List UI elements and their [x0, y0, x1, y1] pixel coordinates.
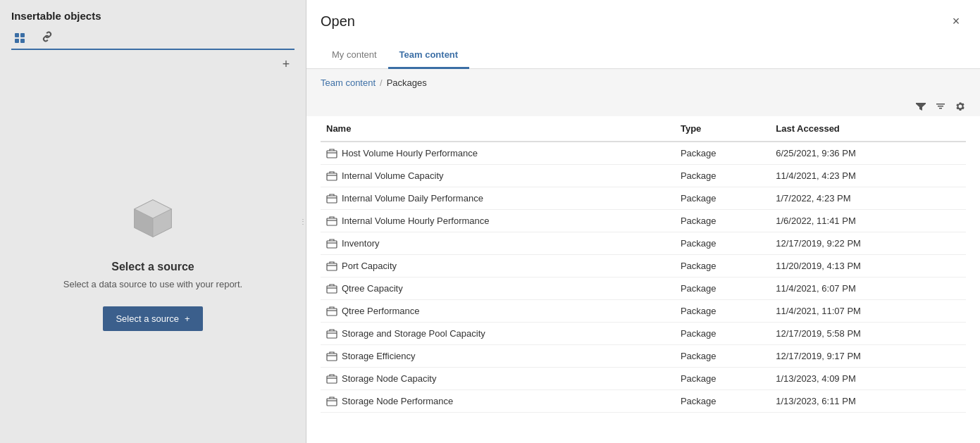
link-icon-btn[interactable] [38, 29, 56, 44]
cell-type: Package [675, 345, 770, 368]
svg-rect-1 [20, 33, 25, 37]
cell-name: Storage Efficiency [321, 345, 675, 368]
cell-last-accessed: 12/17/2019, 5:58 PM [770, 323, 966, 345]
cell-type: Package [675, 390, 770, 413]
table-row[interactable]: Storage Node Performance Package1/13/202… [321, 390, 966, 413]
package-icon [326, 216, 337, 226]
svg-rect-2 [15, 39, 19, 43]
package-icon [326, 374, 337, 384]
cell-name: Internal Volume Hourly Performance [321, 210, 675, 232]
link-icon [41, 30, 54, 43]
resize-handle[interactable]: ⋮ [300, 208, 306, 236]
cell-name: Qtree Performance [321, 300, 675, 323]
cell-last-accessed: 11/4/2021, 4:23 PM [770, 165, 966, 187]
tab-team-content[interactable]: Team content [388, 42, 470, 69]
dialog-close-button[interactable]: × [946, 11, 966, 31]
left-panel-header: Insertable objects [0, 0, 306, 50]
cell-last-accessed: 1/6/2022, 11:41 PM [770, 210, 966, 232]
cell-name: Storage Node Capacity [321, 368, 675, 390]
cell-type: Package [675, 300, 770, 323]
cell-type: Package [675, 277, 770, 300]
cell-type: Package [675, 142, 770, 165]
packages-table: Name Type Last Accessed Host Volume Hour… [321, 116, 966, 413]
dialog-overlay: Open × My content Team content Team cont… [306, 0, 980, 443]
select-source-title: Select a source [111, 261, 194, 273]
svg-rect-16 [327, 331, 337, 338]
settings-icon[interactable] [955, 101, 966, 112]
package-icon [326, 194, 337, 204]
svg-rect-19 [327, 399, 337, 406]
cell-name: Internal Volume Capacity [321, 165, 675, 187]
table-row[interactable]: Storage and Storage Pool Capacity Packag… [321, 323, 966, 345]
svg-rect-13 [327, 263, 337, 270]
grid-icon-btn[interactable] [11, 29, 30, 50]
svg-rect-3 [20, 39, 25, 43]
left-panel-toolbar: + [0, 50, 306, 78]
cell-name: Host Volume Hourly Performance [321, 142, 675, 165]
package-icon [326, 351, 337, 361]
package-icon [326, 397, 337, 406]
package-icon [326, 239, 337, 249]
table-row[interactable]: Port Capacity Package11/20/2019, 4:13 PM [321, 255, 966, 277]
breadcrumb-team-content-link[interactable]: Team content [321, 77, 376, 88]
cell-last-accessed: 11/4/2021, 6:07 PM [770, 277, 966, 300]
svg-rect-11 [327, 218, 337, 225]
svg-rect-17 [327, 354, 337, 361]
table-row[interactable]: Storage Node Capacity Package1/13/2023, … [321, 368, 966, 390]
cell-type: Package [675, 187, 770, 210]
tab-my-content[interactable]: My content [321, 42, 388, 69]
cell-type: Package [675, 232, 770, 255]
table-row[interactable]: Internal Volume Daily Performance Packag… [321, 187, 966, 210]
breadcrumb-current: Packages [387, 77, 427, 88]
select-source-btn-label: Select a source [116, 313, 179, 324]
left-panel-icons [11, 29, 294, 50]
add-button[interactable]: + [278, 56, 294, 73]
svg-rect-12 [327, 241, 337, 248]
cell-name: Inventory [321, 232, 675, 255]
dialog-title: Open [321, 13, 355, 30]
cell-name: Storage Node Performance [321, 390, 675, 413]
cell-last-accessed: 12/17/2019, 9:17 PM [770, 345, 966, 368]
cell-type: Package [675, 255, 770, 277]
filter-icon[interactable] [915, 101, 926, 112]
package-icon [326, 306, 337, 316]
table-row[interactable]: Storage Efficiency Package12/17/2019, 9:… [321, 345, 966, 368]
svg-rect-18 [327, 376, 337, 383]
svg-rect-14 [327, 286, 337, 293]
col-name: Name [321, 116, 675, 142]
dialog-tabs: My content Team content [306, 42, 980, 69]
package-icon [326, 149, 337, 158]
package-icon [326, 329, 337, 339]
select-source-button[interactable]: Select a source + [103, 306, 202, 331]
cube-icon [125, 190, 181, 247]
sort-icon[interactable] [935, 101, 946, 112]
breadcrumb: Team content / Packages [306, 69, 980, 96]
table-row[interactable]: Host Volume Hourly Performance Package6/… [321, 142, 966, 165]
table-row[interactable]: Qtree Performance Package11/4/2021, 11:0… [321, 300, 966, 323]
package-icon [326, 171, 337, 181]
cell-last-accessed: 1/13/2023, 4:09 PM [770, 368, 966, 390]
cell-type: Package [675, 368, 770, 390]
cell-type: Package [675, 323, 770, 345]
select-source-desc: Select a data source to use with your re… [63, 279, 242, 289]
dialog-header: Open × [306, 0, 980, 42]
table-row[interactable]: Internal Volume Capacity Package11/4/202… [321, 165, 966, 187]
cell-type: Package [675, 210, 770, 232]
cell-last-accessed: 6/25/2021, 9:36 PM [770, 142, 966, 165]
breadcrumb-separator: / [380, 77, 383, 88]
table-row[interactable]: Qtree Capacity Package11/4/2021, 6:07 PM [321, 277, 966, 300]
cell-name: Port Capacity [321, 255, 675, 277]
cell-last-accessed: 1/13/2023, 6:11 PM [770, 390, 966, 413]
cell-type: Package [675, 165, 770, 187]
cell-name: Storage and Storage Pool Capacity [321, 323, 675, 345]
left-panel-content: Select a source Select a data source to … [0, 78, 306, 443]
cell-last-accessed: 12/17/2019, 9:22 PM [770, 232, 966, 255]
col-type: Type [675, 116, 770, 142]
package-icon [326, 261, 337, 271]
select-source-plus-icon: + [185, 313, 190, 324]
left-panel: Insertable objects + [0, 0, 306, 443]
table-row[interactable]: Inventory Package12/17/2019, 9:22 PM [321, 232, 966, 255]
table-row[interactable]: Internal Volume Hourly Performance Packa… [321, 210, 966, 232]
dialog-list-toolbar [306, 96, 980, 116]
cell-name: Qtree Capacity [321, 277, 675, 300]
